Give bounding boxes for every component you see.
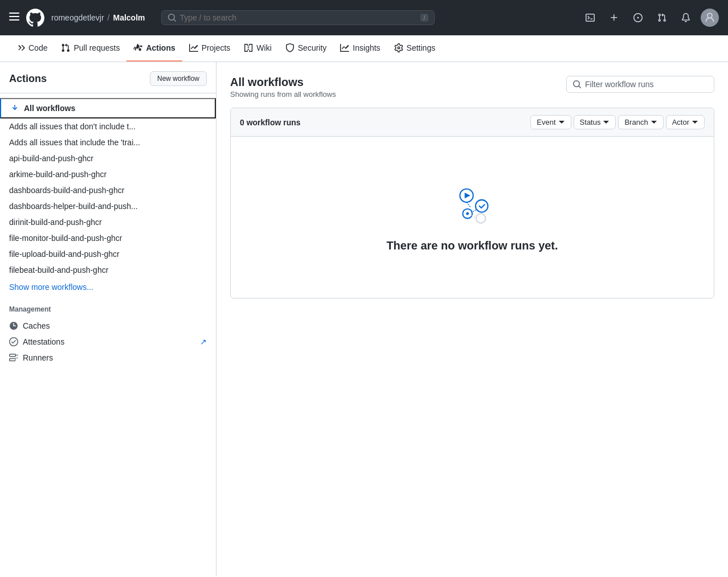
navbar-actions bbox=[581, 9, 719, 27]
tab-insights[interactable]: Insights bbox=[333, 35, 387, 62]
pulls-button[interactable] bbox=[653, 9, 671, 27]
sidebar-workflow-item[interactable]: filebeat-build-and-push-ghcr bbox=[0, 262, 216, 278]
repo-name[interactable]: Malcolm bbox=[113, 13, 145, 22]
sidebar-workflow-item[interactable]: Adds all issues that don't include t... bbox=[0, 118, 216, 134]
breadcrumb-separator: / bbox=[108, 13, 110, 22]
runners-icon bbox=[9, 353, 18, 362]
sidebar-item-all-workflows[interactable]: All workflows bbox=[0, 98, 216, 118]
search-icon bbox=[167, 13, 177, 22]
content-subtitle: Showing runs from all workflows bbox=[230, 90, 336, 99]
filter-btn-event[interactable]: Event bbox=[530, 115, 571, 129]
repo-owner[interactable]: romeogdetlevjr bbox=[51, 13, 104, 22]
search-input[interactable] bbox=[180, 13, 418, 22]
search-bar[interactable]: / bbox=[161, 10, 435, 25]
show-more-workflows[interactable]: Show more workflows... bbox=[0, 278, 216, 296]
svg-rect-0 bbox=[9, 13, 19, 14]
tab-projects[interactable]: Projects bbox=[182, 35, 238, 62]
management-section: Management Caches Attestations ↗ Runners bbox=[0, 296, 216, 366]
tab-actions[interactable]: Actions bbox=[126, 35, 182, 62]
navbar: romeogdetlevjr / Malcolm / bbox=[0, 0, 728, 35]
all-workflows-icon bbox=[10, 104, 19, 113]
svg-point-5 bbox=[476, 200, 488, 212]
svg-rect-1 bbox=[9, 16, 19, 17]
sidebar-workflow-item[interactable]: file-monitor-build-and-push-ghcr bbox=[0, 230, 216, 246]
svg-point-8 bbox=[476, 214, 486, 223]
filter-btn-actor[interactable]: Actor bbox=[666, 115, 705, 129]
management-label: Management bbox=[9, 305, 207, 313]
empty-state: There are no workflow runs yet. bbox=[231, 137, 714, 298]
svg-point-7 bbox=[466, 212, 469, 215]
attestations-label: Attestations bbox=[23, 337, 64, 346]
filter-search-icon bbox=[572, 80, 582, 89]
main-layout: Actions New workflow All workflows Adds … bbox=[0, 62, 728, 576]
filter-btn-branch[interactable]: Branch bbox=[618, 115, 663, 129]
attestations-icon bbox=[9, 337, 18, 346]
workflow-list: Adds all issues that don't include t...A… bbox=[0, 118, 216, 278]
search-kbd: / bbox=[420, 14, 428, 22]
hamburger-button[interactable] bbox=[9, 11, 19, 24]
caches-icon bbox=[9, 321, 18, 330]
tab-settings[interactable]: Settings bbox=[387, 35, 443, 62]
management-item-runners[interactable]: Runners bbox=[9, 350, 207, 366]
runners-label: Runners bbox=[23, 353, 53, 362]
tab-code[interactable]: Code bbox=[9, 35, 54, 62]
avatar[interactable] bbox=[701, 9, 719, 27]
terminal-button[interactable] bbox=[581, 9, 599, 27]
management-item-attestations[interactable]: Attestations ↗ bbox=[9, 334, 207, 350]
issues-button[interactable] bbox=[629, 9, 647, 27]
sidebar-workflow-item[interactable]: Adds all issues that include the 'trai..… bbox=[0, 134, 216, 150]
all-workflows-label: All workflows bbox=[24, 104, 75, 113]
new-workflow-button[interactable]: New workflow bbox=[150, 71, 207, 86]
filter-input-wrap[interactable] bbox=[566, 76, 714, 93]
empty-state-title: There are no workflow runs yet. bbox=[386, 239, 558, 252]
empty-state-icon bbox=[444, 182, 501, 228]
svg-rect-2 bbox=[9, 19, 19, 21]
tab-wiki[interactable]: Wiki bbox=[237, 35, 278, 62]
runs-panel: 0 workflow runs Event Status Branch Acto… bbox=[230, 108, 714, 298]
add-button[interactable] bbox=[605, 9, 623, 27]
filter-btn-status[interactable]: Status bbox=[574, 115, 616, 129]
sidebar: Actions New workflow All workflows Adds … bbox=[0, 62, 216, 576]
runs-header: 0 workflow runs Event Status Branch Acto… bbox=[231, 108, 714, 137]
tab-security[interactable]: Security bbox=[279, 35, 334, 62]
svg-marker-4 bbox=[465, 193, 471, 198]
caches-label: Caches bbox=[23, 321, 50, 330]
sidebar-workflow-item[interactable]: dashboards-build-and-push-ghcr bbox=[0, 182, 216, 198]
github-logo[interactable] bbox=[26, 9, 44, 27]
content-title-group: All workflows Showing runs from all work… bbox=[230, 76, 336, 99]
content-area: All workflows Showing runs from all work… bbox=[216, 62, 728, 576]
management-item-caches[interactable]: Caches bbox=[9, 318, 207, 334]
filter-input[interactable] bbox=[585, 80, 699, 89]
sidebar-header: Actions New workflow bbox=[0, 71, 216, 93]
runs-filters: Event Status Branch Actor bbox=[530, 115, 705, 129]
sidebar-workflow-item[interactable]: api-build-and-push-ghcr bbox=[0, 150, 216, 166]
breadcrumb: romeogdetlevjr / Malcolm bbox=[51, 13, 145, 22]
runs-count: 0 workflow runs bbox=[240, 118, 301, 127]
content-header: All workflows Showing runs from all work… bbox=[230, 76, 714, 99]
sidebar-workflow-item[interactable]: dashboards-helper-build-and-push... bbox=[0, 198, 216, 214]
sidebar-title: Actions bbox=[9, 73, 47, 85]
sidebar-workflow-item[interactable]: file-upload-build-and-push-ghcr bbox=[0, 246, 216, 262]
content-title: All workflows bbox=[230, 76, 336, 89]
sidebar-workflow-item[interactable]: dirinit-build-and-push-ghcr bbox=[0, 214, 216, 230]
notifications-button[interactable] bbox=[677, 9, 695, 27]
attestations-ext-link[interactable]: ↗ bbox=[200, 337, 207, 346]
sidebar-section-workflows: All workflows Adds all issues that don't… bbox=[0, 93, 216, 296]
tab-pull-requests[interactable]: Pull requests bbox=[54, 35, 126, 62]
sidebar-workflow-item[interactable]: arkime-build-and-push-ghcr bbox=[0, 166, 216, 182]
repo-nav: Code Pull requests Actions Projects Wiki… bbox=[0, 35, 728, 62]
svg-line-9 bbox=[467, 202, 471, 207]
